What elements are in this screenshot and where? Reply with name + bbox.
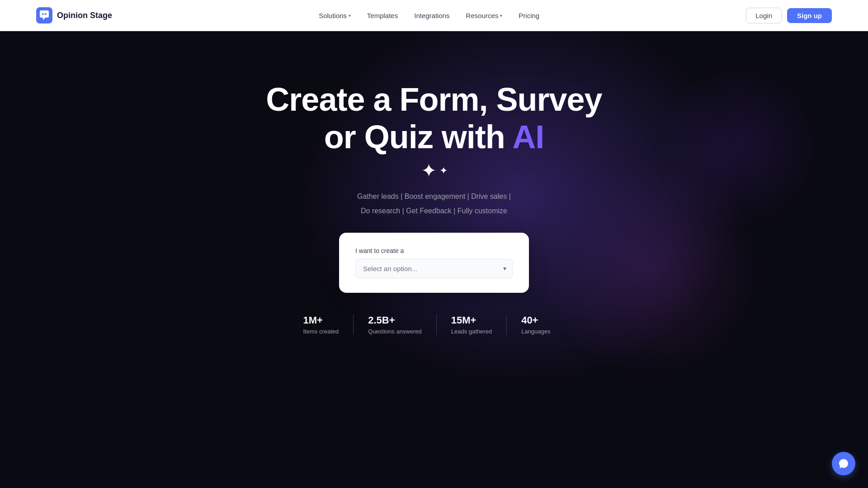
navbar-actions: Login Sign up [746, 8, 832, 23]
nav-solutions[interactable]: Solutions ▾ [312, 8, 357, 23]
chat-support-button[interactable] [832, 452, 855, 475]
stat-leads-gathered: 15M+ Leads gathered [437, 314, 507, 335]
login-button[interactable]: Login [746, 8, 782, 23]
logo-text: Opinion Stage [57, 11, 112, 20]
stats-row: 1M+ Items created 2.5B+ Questions answer… [303, 314, 565, 335]
sparkle-big-icon: ✦ [421, 161, 437, 180]
card-label: I want to create a [355, 247, 513, 254]
sparkles-decoration: ✦ ✦ [421, 161, 448, 180]
nav-pricing[interactable]: Pricing [512, 8, 546, 23]
resources-chevron-icon: ▾ [500, 13, 502, 18]
stat-questions-answered: 2.5B+ Questions answered [354, 314, 437, 335]
solutions-chevron-icon: ▾ [349, 13, 351, 18]
nav-templates[interactable]: Templates [361, 8, 404, 23]
hero-section: Create a Form, Survey or Quiz with AI ✦ … [0, 31, 868, 335]
logo-icon [36, 7, 52, 23]
nav-menu: Solutions ▾ Templates Integrations Resou… [312, 8, 546, 23]
create-select[interactable]: Select an option... Form Survey Quiz Pol… [355, 259, 513, 278]
signup-button[interactable]: Sign up [787, 8, 832, 23]
navbar: Opinion Stage Solutions ▾ Templates Inte… [0, 0, 868, 31]
create-card: I want to create a Select an option... F… [339, 233, 529, 293]
logo-area: Opinion Stage [36, 7, 112, 23]
hero-title: Create a Form, Survey or Quiz with AI [266, 81, 602, 156]
sparkle-small-icon: ✦ [439, 166, 448, 176]
stat-languages: 40+ Languages [507, 314, 565, 335]
nav-resources[interactable]: Resources ▾ [460, 8, 509, 23]
stat-items-created: 1M+ Items created [303, 314, 354, 335]
select-wrapper: Select an option... Form Survey Quiz Pol… [355, 259, 513, 278]
svg-rect-1 [42, 13, 44, 15]
hero-subtitle: Gather leads | Boost engagement | Drive … [357, 189, 511, 218]
svg-rect-2 [45, 13, 47, 15]
chat-icon [838, 458, 849, 469]
nav-integrations[interactable]: Integrations [408, 8, 456, 23]
